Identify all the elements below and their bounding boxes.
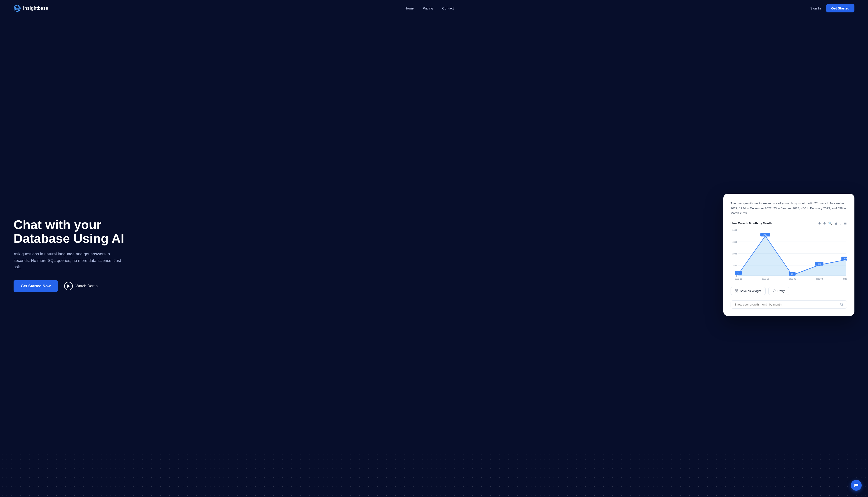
svg-text:23: 23 [791,273,793,275]
chart-title: User Growth Month by Month [731,222,772,225]
nav-home[interactable]: Home [404,6,414,10]
watch-demo-button[interactable]: Watch Demo [64,282,98,290]
retry-icon [773,289,776,293]
play-icon [64,282,73,290]
hero-section: Chat with your Database Using AI Ask que… [0,16,868,497]
search-input[interactable] [734,303,838,306]
svg-text:1500: 1500 [732,241,737,243]
card-actions: Save as Widget Retry [731,287,847,295]
hero-content: Chat with your Database Using AI Ask que… [14,218,140,292]
nav-contact[interactable]: Contact [442,6,454,10]
hero-right: The user growth has increased steadily m… [417,194,854,316]
save-widget-button[interactable]: Save as Widget [731,287,766,295]
watch-demo-label: Watch Demo [75,284,98,288]
chart-controls: ⊕ ⊖ 🔍 🖨 ⌂ ☰ [818,221,847,226]
play-triangle-icon [67,285,70,288]
svg-text:500: 500 [733,265,737,267]
nav-pricing[interactable]: Pricing [423,6,433,10]
magnify-icon[interactable]: 🔍 [828,221,832,226]
nav-right: Sign In Get Started [810,4,854,12]
svg-text:72: 72 [738,272,739,274]
zoom-out-icon[interactable]: ⊖ [823,221,826,226]
get-started-button[interactable]: Get Started Now [14,280,58,292]
logo-icon [14,5,21,12]
svg-rect-35 [737,289,738,290]
retry-button[interactable]: Retry [768,287,789,295]
logo-text: insightbase [23,6,48,11]
zoom-in-icon[interactable]: ⊕ [818,221,822,226]
svg-text:2023-01: 2023-01 [789,278,796,280]
svg-text:2022-12: 2022-12 [762,278,769,280]
logo[interactable]: insightbase [14,5,48,12]
home-icon[interactable]: ⌂ [839,221,842,226]
svg-text:2000: 2000 [732,229,737,231]
svg-text:2022-11: 2022-11 [735,278,742,280]
hero-title: Chat with your Database Using AI [14,218,140,245]
print-icon[interactable]: 🖨 [834,221,838,226]
svg-rect-36 [735,291,736,292]
get-started-nav-button[interactable]: Get Started [826,4,854,12]
card-description: The user growth has increased steadily m… [731,201,847,216]
retry-label: Retry [777,289,785,293]
svg-rect-37 [737,291,738,292]
menu-icon[interactable]: ☰ [843,221,847,226]
svg-text:1000: 1000 [732,253,737,255]
save-widget-label: Save as Widget [740,289,761,293]
hero-subtitle: Ask questions in natural language and ge… [14,251,122,270]
sign-in-link[interactable]: Sign In [810,6,821,10]
chart-card: The user growth has increased steadily m… [724,194,854,316]
chat-bubble[interactable] [851,480,862,491]
navbar: insightbase Home Pricing Contact Sign In… [0,0,868,16]
svg-rect-34 [735,289,736,290]
chart-svg: 2000 1500 1000 500 0 [731,227,847,282]
svg-text:698: 698 [844,257,847,260]
search-icon [840,303,843,306]
svg-text:1734: 1734 [763,234,768,236]
svg-text:0: 0 [736,275,737,277]
chart-area: 2000 1500 1000 500 0 [731,227,847,282]
svg-text:2023-02: 2023-02 [815,278,823,280]
chart-header: User Growth Month by Month ⊕ ⊖ 🔍 🖨 ⌂ ☰ [731,221,847,226]
widget-icon [735,289,738,293]
svg-line-39 [842,305,843,306]
chat-icon [854,483,859,488]
svg-text:2023-03: 2023-03 [843,278,847,280]
hero-buttons: Get Started Now Watch Demo [14,280,140,292]
card-search [731,300,847,309]
nav-links: Home Pricing Contact [404,6,454,10]
svg-text:466: 466 [817,263,821,265]
